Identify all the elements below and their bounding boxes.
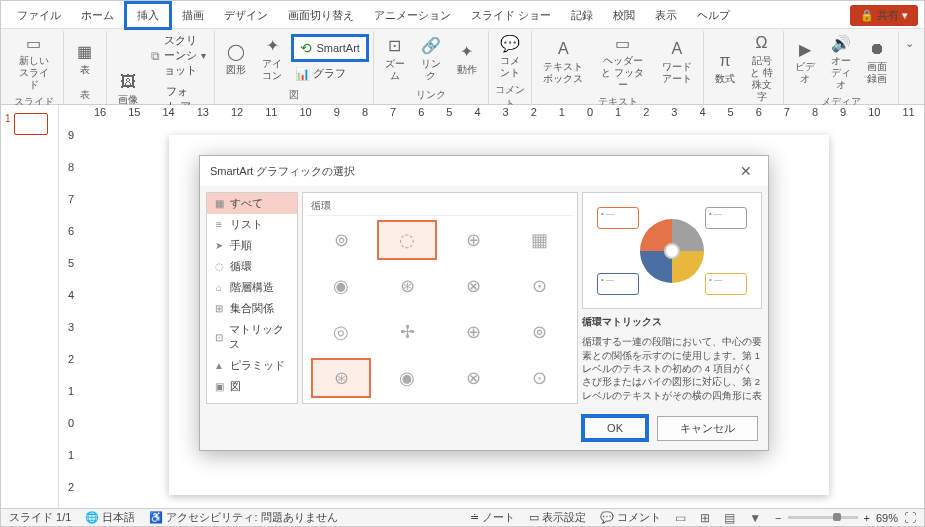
gallery-item[interactable]: ⊚: [509, 312, 569, 352]
category-icon: ⊡: [213, 331, 224, 343]
category-label: 循環: [230, 259, 252, 274]
gallery-item[interactable]: ◎: [311, 312, 371, 352]
status-notes[interactable]: ≐ ノート: [470, 510, 515, 525]
preview-pane: • —• — • —• — 循環マトリックス 循環する一連の段階において、中心の…: [582, 192, 762, 404]
equation-button[interactable]: π数式: [708, 31, 742, 105]
tab-file[interactable]: ファイル: [7, 4, 71, 27]
category-item[interactable]: ⊡マトリックス: [207, 319, 297, 355]
category-icon: ⌂: [213, 282, 225, 294]
category-item[interactable]: ⊞集合関係: [207, 298, 297, 319]
sorter-view-icon[interactable]: ⊞: [700, 511, 710, 525]
action-button[interactable]: ✦動作: [450, 31, 484, 86]
category-item[interactable]: ➤手順: [207, 235, 297, 256]
zoom-value: 69%: [876, 512, 898, 524]
dialog-titlebar: SmartArt グラフィックの選択 ✕: [200, 156, 768, 186]
tab-insert[interactable]: 挿入: [124, 1, 172, 30]
screenshot-icon: ⧉: [151, 49, 160, 63]
slide-thumbnails: 1: [1, 105, 59, 508]
zoom-in-icon[interactable]: +: [864, 512, 870, 524]
slideshow-view-icon[interactable]: ▼: [749, 511, 761, 525]
gallery-item[interactable]: ⊗: [443, 266, 503, 306]
gallery-section-cycle: 循環: [307, 197, 573, 216]
gallery-item[interactable]: ◉: [377, 358, 437, 398]
reading-view-icon[interactable]: ▤: [724, 511, 735, 525]
status-lang[interactable]: 🌐 日本語: [85, 510, 135, 525]
gallery-item[interactable]: ▦: [509, 220, 569, 260]
zoom-button[interactable]: ⊡ズーム: [378, 31, 412, 86]
screenrec-button[interactable]: ⏺画面 録画: [860, 31, 894, 93]
tab-view[interactable]: 表示: [645, 4, 687, 27]
gallery-item[interactable]: ⊛: [311, 358, 371, 398]
tab-record[interactable]: 記録: [561, 4, 603, 27]
ok-button[interactable]: OK: [581, 414, 649, 442]
link-button[interactable]: 🔗リンク: [414, 31, 448, 86]
collapse-ribbon-icon[interactable]: ⌄: [899, 31, 920, 104]
status-comment[interactable]: 💬 コメント: [600, 510, 661, 525]
category-item[interactable]: ▲ピラミッド: [207, 355, 297, 376]
symbol-button[interactable]: Ω記号と 特殊文字: [744, 31, 779, 105]
gallery-item[interactable]: ◌: [377, 220, 437, 260]
video-icon: ▶: [795, 39, 815, 59]
normal-view-icon[interactable]: ▭: [675, 511, 686, 525]
category-item[interactable]: ▦すべて: [207, 193, 297, 214]
gallery-item[interactable]: ⊛: [377, 266, 437, 306]
audio-button[interactable]: 🔊オーディオ: [824, 31, 858, 93]
close-icon[interactable]: ✕: [734, 163, 758, 179]
table-icon: ▦: [75, 42, 95, 62]
tab-draw[interactable]: 描画: [172, 4, 214, 27]
shapes-icon: ◯: [226, 42, 246, 62]
tab-transitions[interactable]: 画面切り替え: [278, 4, 364, 27]
link-icon: 🔗: [421, 36, 441, 56]
tab-review[interactable]: 校閲: [603, 4, 645, 27]
zoom-icon: ⊡: [385, 36, 405, 56]
status-slide: スライド 1/1: [9, 510, 71, 525]
cancel-button[interactable]: キャンセル: [657, 416, 758, 441]
video-button[interactable]: ▶ビデオ: [788, 31, 822, 93]
category-item[interactable]: ▣図: [207, 376, 297, 397]
record-icon: ⏺: [867, 39, 887, 59]
icons-button[interactable]: ✦アイコン: [255, 31, 289, 86]
gallery-item[interactable]: ⊕: [443, 220, 503, 260]
category-item[interactable]: ⌂階層構造: [207, 277, 297, 298]
tab-home[interactable]: ホーム: [71, 4, 124, 27]
chart-button[interactable]: 📊グラフ: [291, 64, 368, 83]
headerfooter-button[interactable]: ▭ヘッダーと フッター: [593, 31, 653, 93]
dialog-title: SmartArt グラフィックの選択: [210, 164, 355, 179]
wordart-icon: A: [667, 39, 687, 59]
comment-button[interactable]: 💬コメント: [493, 31, 527, 81]
tab-help[interactable]: ヘルプ: [687, 4, 740, 27]
tab-slideshow[interactable]: スライド ショー: [461, 4, 561, 27]
category-label: マトリックス: [229, 322, 291, 352]
zoom-control[interactable]: − + 69% ⛶: [775, 511, 916, 525]
gallery-item[interactable]: ⊗: [443, 358, 503, 398]
category-item[interactable]: ◌循環: [207, 256, 297, 277]
tab-design[interactable]: デザイン: [214, 4, 278, 27]
table-button[interactable]: ▦表: [68, 31, 102, 86]
thumbnail-1[interactable]: 1: [5, 113, 54, 135]
category-icon: ▦: [213, 198, 225, 210]
shapes-button[interactable]: ◯図形: [219, 31, 253, 86]
status-a11y[interactable]: ♿ アクセシビリティ: 問題ありません: [149, 510, 337, 525]
category-icon: ◌: [213, 261, 225, 273]
share-button[interactable]: 🔒 共有 ▾: [850, 5, 918, 26]
new-slide-button[interactable]: ▭新しい スライド: [9, 31, 59, 93]
tab-animations[interactable]: アニメーション: [364, 4, 461, 27]
zoom-out-icon[interactable]: −: [775, 512, 781, 524]
wordart-button[interactable]: Aワード アート: [655, 31, 699, 93]
gallery-item[interactable]: ⊙: [509, 266, 569, 306]
status-display[interactable]: ▭ 表示設定: [529, 510, 586, 525]
gallery-item[interactable]: ⊚: [311, 220, 371, 260]
gallery-item[interactable]: ◉: [311, 266, 371, 306]
category-label: ピラミッド: [230, 358, 285, 373]
smartart-button[interactable]: ⟲SmartArt: [291, 34, 368, 62]
header-icon: ▭: [613, 33, 633, 53]
category-label: 手順: [230, 238, 252, 253]
textbox-button[interactable]: Aテキスト ボックス: [536, 31, 591, 93]
gallery-item[interactable]: ⊕: [443, 312, 503, 352]
gallery-item[interactable]: ⊙: [509, 358, 569, 398]
slide-icon: ▭: [24, 33, 44, 53]
screenshot-button[interactable]: ⧉スクリーンショット ▾: [147, 31, 211, 80]
fit-icon[interactable]: ⛶: [904, 511, 916, 525]
category-item[interactable]: ≡リスト: [207, 214, 297, 235]
gallery-item[interactable]: ✢: [377, 312, 437, 352]
